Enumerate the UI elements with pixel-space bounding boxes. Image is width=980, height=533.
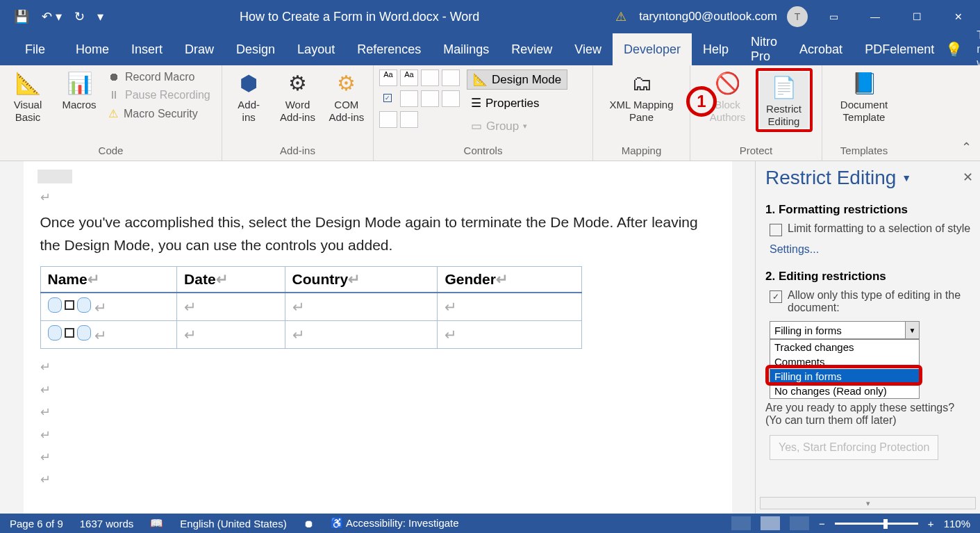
editing-type-select[interactable]: Filling in forms ▼: [770, 321, 920, 339]
paragraph-mark: ↵: [40, 401, 715, 423]
tab-review[interactable]: Review: [500, 33, 563, 65]
minimize-button[interactable]: —: [859, 0, 891, 33]
legacy-tools-icon[interactable]: [400, 111, 418, 128]
group-label-addins: Add-ins: [228, 142, 367, 161]
document-template-button[interactable]: 📘Document Template: [829, 68, 899, 124]
tab-file[interactable]: File: [14, 33, 65, 65]
record-macro-button[interactable]: ⏺Record Macro: [108, 71, 210, 83]
tab-acrobat[interactable]: Acrobat: [788, 33, 854, 65]
page: ↵ Once you've accomplished this, select …: [24, 161, 732, 514]
tab-pdfelement[interactable]: PDFelement: [854, 33, 945, 65]
th-gender: Gender↵: [438, 267, 581, 293]
tab-insert[interactable]: Insert: [120, 33, 174, 65]
maximize-button[interactable]: ☐: [901, 0, 933, 33]
allow-editing-checkbox[interactable]: ✓ Allow only this type of editing in the…: [770, 289, 973, 314]
tab-design[interactable]: Design: [225, 33, 286, 65]
ribbon-options-icon[interactable]: ▭: [817, 0, 849, 33]
design-mode-toggle[interactable]: 📐Design Mode: [467, 69, 567, 90]
tab-home[interactable]: Home: [65, 33, 120, 65]
pane-close-button[interactable]: ✕: [963, 170, 973, 185]
content-control[interactable]: [48, 325, 91, 341]
chevron-down-icon[interactable]: ▼: [905, 322, 919, 338]
page-indicator[interactable]: Page 6 of 9: [10, 518, 63, 530]
annotation-1: 1: [686, 86, 717, 117]
redo-icon[interactable]: ↻: [74, 9, 85, 24]
paragraph-mark: ↵: [40, 186, 715, 208]
paragraph-mark: ↵: [40, 379, 715, 401]
group-button[interactable]: ▭Group▾: [467, 117, 567, 136]
com-addins-button[interactable]: ⚙COM Add-ins: [326, 68, 367, 124]
content-control[interactable]: [48, 297, 91, 313]
tab-developer[interactable]: Developer: [613, 33, 692, 65]
control-gallery[interactable]: Aa Aa: [379, 69, 460, 86]
pane-title: Restrict Editing▼: [765, 167, 973, 189]
ribbon-tabs: File HomeInsertDrawDesignLayoutReference…: [0, 33, 980, 65]
lightbulb-icon[interactable]: 💡: [945, 41, 963, 58]
xml-mapping-button[interactable]: 🗂XML Mapping Pane: [600, 68, 683, 124]
macro-status-icon[interactable]: ⏺: [304, 518, 314, 530]
table-header-row: Name↵ Date↵ Country↵ Gender↵: [40, 267, 581, 293]
spell-check-icon[interactable]: 📖: [150, 517, 163, 530]
avatar[interactable]: T: [787, 6, 808, 27]
checkbox-icon[interactable]: ✓: [770, 290, 782, 303]
combobox-control-icon[interactable]: [400, 90, 418, 107]
zoom-level[interactable]: 110%: [944, 518, 970, 530]
pause-recording-button: ⏸Pause Recording: [108, 89, 210, 101]
table-row: ↵ ↵↵↵: [40, 293, 581, 321]
repeating-control-icon[interactable]: [379, 111, 397, 128]
checkbox-control-icon[interactable]: ✓: [379, 90, 396, 106]
macro-security-button[interactable]: ⚠Macro Security: [108, 107, 210, 120]
dropdown-control-icon[interactable]: [421, 90, 439, 107]
picture-control-icon[interactable]: [421, 69, 439, 86]
document-area[interactable]: ↵ Once you've accomplished this, select …: [0, 161, 755, 514]
properties-button[interactable]: ☰Properties: [467, 94, 567, 113]
restrict-editing-highlight: 📄Restrict Editing: [756, 68, 813, 132]
restrict-editing-button[interactable]: 📄Restrict Editing: [760, 72, 808, 128]
collapse-ribbon-icon[interactable]: ⌃: [961, 140, 972, 155]
pane-horizontal-scrollbar[interactable]: ▾: [760, 497, 976, 509]
pane-options-dropdown[interactable]: ▼: [902, 172, 911, 183]
zoom-out-button[interactable]: −: [819, 518, 825, 530]
zoom-slider[interactable]: [835, 523, 918, 525]
tab-nitro-pro[interactable]: Nitro Pro: [740, 33, 788, 65]
zoom-in-button[interactable]: +: [928, 518, 934, 530]
option-tracked-changes[interactable]: Tracked changes: [770, 340, 919, 354]
tab-view[interactable]: View: [563, 33, 613, 65]
word-count[interactable]: 1637 words: [80, 518, 134, 530]
tab-references[interactable]: References: [346, 33, 432, 65]
document-title: How to Create a Form in Word.docx - Word: [103, 10, 615, 24]
tab-layout[interactable]: Layout: [286, 33, 346, 65]
settings-link[interactable]: Settings...: [770, 243, 819, 256]
word-addins-button[interactable]: ⚙Word Add-ins: [276, 68, 318, 124]
web-layout-button[interactable]: [790, 516, 809, 530]
allow-editing-label: Allow only this type of editing in the d…: [788, 289, 973, 314]
tab-mailings[interactable]: Mailings: [432, 33, 500, 65]
group-label-controls: Controls: [379, 142, 587, 161]
visual-basic-button[interactable]: 📐Visual Basic: [6, 68, 50, 124]
option-no-changes[interactable]: No changes (Read only): [770, 384, 919, 398]
undo-icon[interactable]: ↶ ▾: [42, 9, 62, 24]
tab-draw[interactable]: Draw: [174, 33, 225, 65]
buildingblock-control-icon[interactable]: [442, 69, 460, 86]
language-indicator[interactable]: English (United States): [180, 518, 286, 530]
tab-help[interactable]: Help: [692, 33, 740, 65]
tell-me-input[interactable]: Tell me w: [977, 28, 980, 70]
save-icon[interactable]: 💾: [14, 9, 29, 24]
close-button[interactable]: ✕: [942, 0, 974, 33]
checkbox-icon[interactable]: [770, 224, 782, 236]
macros-button[interactable]: 📊Macros: [57, 68, 101, 111]
limit-formatting-checkbox[interactable]: Limit formatting to a selection of style: [770, 222, 973, 236]
ribbon: 📐Visual Basic 📊Macros ⏺Record Macro ⏸Pau…: [0, 65, 980, 161]
accessibility-status[interactable]: ♿ Accessibility: Investigate: [331, 517, 459, 530]
addins-button[interactable]: ⬢Add- ins: [228, 68, 269, 124]
restrict-editing-pane: Restrict Editing▼ ✕ 1. Formatting restri…: [755, 161, 980, 514]
form-table: Name↵ Date↵ Country↵ Gender↵ ↵ ↵↵↵ ↵ ↵↵↵: [40, 266, 582, 349]
richtext-control-icon[interactable]: Aa: [379, 69, 397, 86]
print-layout-button[interactable]: [761, 516, 780, 530]
user-email[interactable]: taryntong00@outlook.com: [639, 10, 777, 24]
start-enforcing-button[interactable]: Yes, Start Enforcing Protection: [770, 435, 938, 460]
read-mode-button[interactable]: [731, 516, 751, 530]
plaintext-control-icon[interactable]: Aa: [400, 69, 418, 86]
qa-dropdown-icon[interactable]: ▾: [97, 9, 103, 24]
date-control-icon[interactable]: [442, 90, 460, 107]
